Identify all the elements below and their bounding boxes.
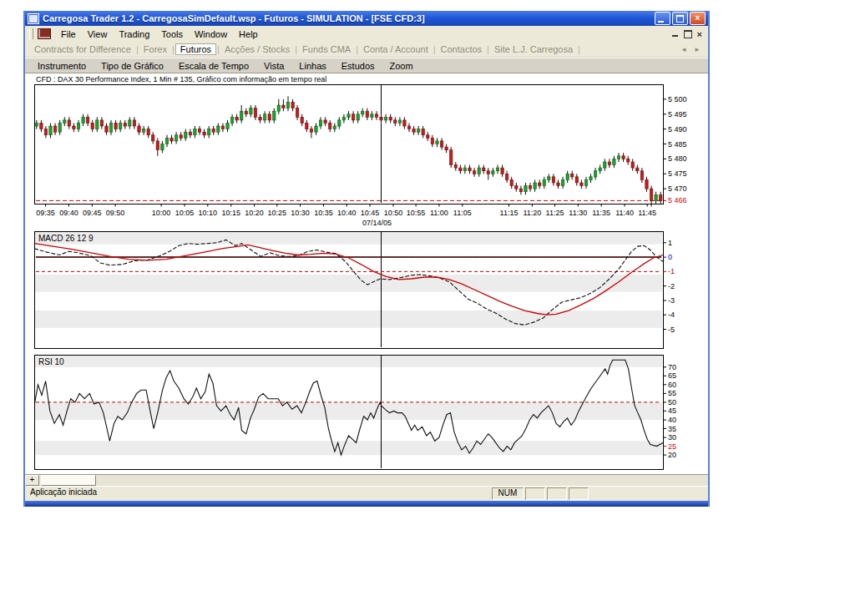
svg-text:5 500: 5 500: [668, 95, 687, 104]
svg-text:-5: -5: [668, 326, 675, 334]
chart-window-icon[interactable]: [38, 28, 51, 39]
menu-item-file[interactable]: File: [55, 28, 82, 40]
chart-menu-tipo-de-grafico[interactable]: Tipo de Gráfico: [94, 60, 171, 72]
child-close-button[interactable]: ×: [697, 30, 702, 38]
svg-text:10:30: 10:30: [291, 209, 310, 217]
tab-separator: |: [433, 44, 436, 54]
svg-text:11:35: 11:35: [592, 209, 610, 217]
svg-text:MACD 26 12 9: MACD 26 12 9: [38, 234, 94, 243]
menu-item-help[interactable]: Help: [233, 28, 264, 40]
tab-accoes-stocks[interactable]: Acções / Stocks: [220, 43, 294, 55]
tab-scroll-arrows[interactable]: ◄ ►: [680, 46, 703, 53]
svg-text:10:35: 10:35: [314, 209, 333, 217]
menu-item-tools[interactable]: Tools: [155, 28, 189, 40]
svg-text:45: 45: [668, 406, 676, 415]
chart-menu-instrumento[interactable]: Instrumento: [30, 60, 94, 72]
tab-funds-cma[interactable]: Funds CMA: [298, 43, 355, 55]
svg-text:10:40: 10:40: [337, 209, 357, 217]
svg-text:10:25: 10:25: [267, 209, 286, 217]
svg-text:0: 0: [668, 253, 672, 261]
scrollbar-thumb[interactable]: [41, 475, 96, 486]
tab-site-l-j-carregosa[interactable]: Site L.J. Carregosa: [490, 43, 577, 55]
svg-text:5 490: 5 490: [668, 125, 687, 134]
title-bar[interactable]: Carregosa Trader 1.2 - CarregosaSimDefau…: [25, 11, 708, 26]
menu-item-trading[interactable]: Trading: [113, 28, 155, 40]
svg-text:60: 60: [668, 381, 676, 389]
svg-text:10:45: 10:45: [361, 209, 380, 217]
menu-item-window[interactable]: Window: [189, 28, 233, 40]
svg-text:10:00: 10:00: [152, 209, 171, 217]
svg-text:11:00: 11:00: [430, 209, 448, 217]
tab-forex[interactable]: Forex: [139, 43, 171, 55]
chart-menu-linhas[interactable]: Linhas: [291, 60, 333, 72]
svg-text:35: 35: [668, 425, 676, 433]
tab-separator: |: [136, 44, 139, 54]
restore-button[interactable]: [672, 12, 688, 25]
tab-separator: |: [295, 44, 297, 54]
chart-menu-estudos[interactable]: Estudos: [334, 60, 382, 72]
svg-text:1: 1: [668, 239, 672, 247]
chart-menu-escala-de-tempo[interactable]: Escala de Tempo: [171, 60, 256, 72]
rsi-chart[interactable]: RSI 107065605550454035302520: [34, 355, 698, 471]
macd-chart[interactable]: MACD 26 12 910-1-2-3-4-5: [34, 231, 698, 350]
market-tabs: Contracts for Difference|Forex|Futuros|A…: [30, 44, 581, 54]
tab-separator: |: [172, 44, 175, 54]
svg-text:-2: -2: [668, 282, 675, 290]
svg-text:10:10: 10:10: [199, 209, 218, 217]
tab-separator: |: [356, 44, 358, 54]
minimize-button[interactable]: [655, 12, 670, 25]
svg-text:11:05: 11:05: [453, 209, 472, 217]
expand-button[interactable]: +: [25, 475, 39, 486]
svg-text:65: 65: [668, 371, 676, 380]
restore-icon: [676, 15, 684, 23]
svg-text:40: 40: [668, 416, 676, 424]
minimize-icon: [658, 21, 664, 23]
child-minimize-button[interactable]: [672, 31, 679, 38]
menu-items: FileViewTradingToolsWindowHelp: [55, 29, 264, 39]
svg-text:5 485: 5 485: [668, 140, 687, 149]
app-icon: [28, 13, 39, 24]
svg-text:10:05: 10:05: [175, 209, 195, 217]
status-cell: [547, 487, 567, 500]
svg-text:55: 55: [668, 389, 676, 397]
chart-menu-bar: InstrumentoTipo de GráficoEscala de Temp…: [25, 58, 708, 73]
mdi-window-controls: ×: [672, 30, 706, 38]
svg-text:10:55: 10:55: [407, 209, 426, 217]
chart-menu-vista[interactable]: Vista: [256, 60, 291, 72]
chart-menu-items: InstrumentoTipo de GráficoEscala de Temp…: [30, 61, 421, 71]
tab-contracts-for-difference[interactable]: Contracts for Difference: [30, 43, 135, 55]
tab-contactos[interactable]: Contactos: [437, 43, 487, 55]
menu-item-view[interactable]: View: [82, 28, 114, 40]
svg-text:07/14/05: 07/14/05: [362, 219, 392, 227]
chart-menu-zoom[interactable]: Zoom: [382, 60, 421, 72]
svg-text:10:15: 10:15: [221, 209, 240, 217]
svg-text:-4: -4: [668, 311, 675, 319]
svg-text:11:20: 11:20: [523, 209, 541, 217]
svg-text:09:35: 09:35: [36, 209, 55, 217]
tab-conta-account[interactable]: Conta / Account: [359, 43, 433, 55]
market-tab-strip: Contracts for Difference|Forex|Futuros|A…: [25, 42, 708, 58]
svg-text:09:40: 09:40: [59, 209, 78, 217]
menu-grip[interactable]: [29, 28, 33, 39]
scrollbar-track[interactable]: [96, 475, 708, 486]
svg-text:-3: -3: [668, 296, 675, 305]
svg-text:5 495: 5 495: [668, 110, 687, 119]
svg-text:70: 70: [668, 363, 676, 371]
chart-header: CFD : DAX 30 Performance Index, 1 Min # …: [36, 75, 326, 83]
svg-text:20: 20: [668, 451, 676, 459]
status-filler: [590, 487, 706, 500]
horizontal-scrollbar: +: [25, 474, 708, 486]
close-button[interactable]: ×: [690, 12, 706, 25]
candlestick-chart[interactable]: 5 5005 4955 4905 4855 4805 4755 4705 466…: [34, 84, 698, 230]
status-cell: [525, 487, 545, 500]
svg-text:5 480: 5 480: [668, 154, 687, 163]
svg-text:09:50: 09:50: [106, 209, 125, 217]
tab-separator: |: [217, 44, 220, 54]
child-restore-button[interactable]: [684, 30, 692, 38]
status-bar: Aplicação iniciada NUM: [25, 486, 708, 501]
status-cell: [569, 487, 589, 500]
app-window: Carregosa Trader 1.2 - CarregosaSimDefau…: [23, 11, 710, 507]
svg-text:5 466: 5 466: [668, 196, 687, 204]
svg-text:30: 30: [668, 433, 676, 442]
tab-futuros[interactable]: Futuros: [175, 43, 216, 55]
